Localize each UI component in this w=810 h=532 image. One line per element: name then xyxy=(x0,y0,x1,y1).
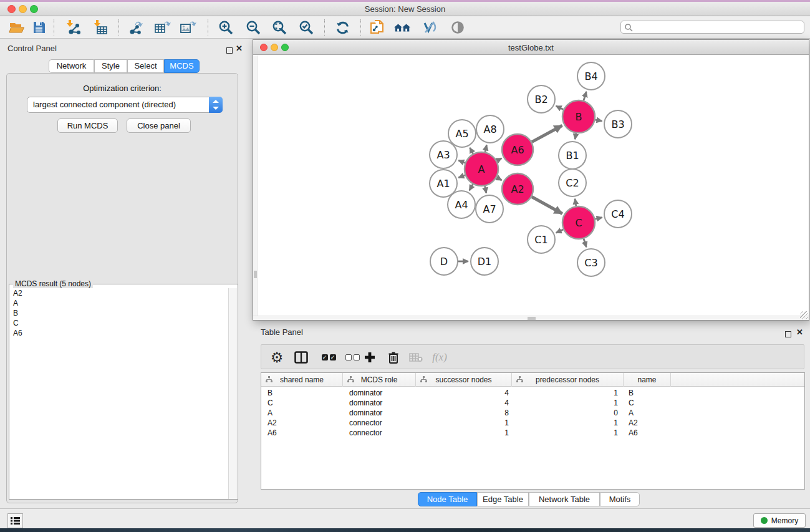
mcds-result-item[interactable]: C xyxy=(10,318,229,328)
task-history-button[interactable] xyxy=(7,513,23,528)
export-table-icon[interactable] xyxy=(153,19,171,36)
run-mcds-button[interactable]: Run MCDS xyxy=(57,118,118,133)
column-header-predecessor-nodes[interactable]: predecessor nodes xyxy=(512,373,624,387)
cell: 4 xyxy=(416,388,512,398)
graph-edge-C-C3[interactable] xyxy=(584,239,586,247)
table-panel-float-icon[interactable] xyxy=(785,329,791,340)
graph-edge-B-B2[interactable] xyxy=(556,106,564,110)
scroll-thumb[interactable] xyxy=(528,317,536,320)
show-all-icon[interactable] xyxy=(448,19,467,36)
mcds-result-list[interactable]: A2ABCA6 xyxy=(10,288,229,499)
mcds-result-item[interactable]: A6 xyxy=(10,328,229,338)
window-title: Session: New Session xyxy=(0,4,810,14)
optimization-criterion-value: largest connected component (directed) xyxy=(33,100,176,109)
graph-edge-B-B4[interactable] xyxy=(584,92,586,100)
column-header-shared-name[interactable]: shared name xyxy=(261,373,343,387)
hide-selected-icon[interactable] xyxy=(420,19,439,36)
tab-mcds[interactable]: MCDS xyxy=(164,59,200,73)
network-left-scrollbar[interactable] xyxy=(253,56,258,316)
graph-edge-A2-C[interactable] xyxy=(532,197,562,214)
toolbar-separator xyxy=(208,19,208,36)
graph-edge-A-A7[interactable] xyxy=(485,186,486,193)
delete-columns-icon[interactable] xyxy=(383,347,403,367)
graph-edge-A-A5[interactable] xyxy=(470,148,473,154)
export-network-icon[interactable] xyxy=(127,19,145,36)
network-bottom-scrollbar[interactable] xyxy=(253,316,809,320)
graph-edge-B-B3[interactable] xyxy=(595,120,602,121)
graph-edge-B-B1[interactable] xyxy=(575,133,576,140)
network-window-titlebar[interactable]: testGlobe.txt xyxy=(253,40,809,55)
table-row[interactable]: Cdominator41C xyxy=(261,398,804,408)
close-panel-button[interactable]: Close panel xyxy=(127,118,191,133)
create-column-icon[interactable] xyxy=(360,347,380,367)
mcds-result-scrollbar[interactable] xyxy=(228,288,237,499)
table-row[interactable]: A6connector11A6 xyxy=(261,428,804,438)
mcds-result-item[interactable]: A2 xyxy=(10,288,229,298)
open-file-icon[interactable] xyxy=(7,19,26,36)
column-header-MCDS-role[interactable]: MCDS role xyxy=(343,373,416,387)
show-columns-icon[interactable] xyxy=(291,347,311,367)
control-panel-float-icon[interactable] xyxy=(226,45,233,56)
cell: 1 xyxy=(416,418,512,428)
graph-edge-A-A8[interactable] xyxy=(485,145,486,152)
tab-select[interactable]: Select xyxy=(127,59,164,73)
table-header-row: shared nameMCDS rolesuccessor nodesprede… xyxy=(261,373,804,387)
tab-style[interactable]: Style xyxy=(94,59,127,73)
cell: 1 xyxy=(512,428,624,438)
import-network-icon[interactable] xyxy=(65,19,84,36)
node-table[interactable]: shared nameMCDS rolesuccessor nodesprede… xyxy=(261,372,805,490)
graph-edge-C-C2[interactable] xyxy=(575,199,576,206)
zoom-out-icon[interactable] xyxy=(244,19,263,36)
save-session-icon[interactable] xyxy=(30,19,49,36)
control-panel-close-icon[interactable]: ✕ xyxy=(236,44,243,53)
zoom-fit-icon[interactable] xyxy=(270,19,289,36)
cell: 1 xyxy=(512,398,624,408)
table-row[interactable]: A2connector11A2 xyxy=(261,418,804,428)
graph-edge-A-A1[interactable] xyxy=(458,175,465,178)
optimization-criterion-select[interactable]: largest connected component (directed) xyxy=(27,97,223,113)
graph-edge-A-A4[interactable] xyxy=(470,184,473,190)
graph-edge-A-A3[interactable] xyxy=(458,160,465,163)
memory-button[interactable]: Memory xyxy=(753,513,806,528)
zoom-selected-icon[interactable] xyxy=(297,19,316,36)
window-resize-grip[interactable] xyxy=(800,311,808,319)
refresh-icon[interactable] xyxy=(333,19,352,36)
graph-edge-A6-B[interactable] xyxy=(532,125,562,142)
cell: C xyxy=(261,398,343,408)
function-builder-icon[interactable]: f(x) xyxy=(427,347,452,367)
table-row[interactable]: Adominator80A xyxy=(261,408,804,418)
graph-node-label-B3: B3 xyxy=(611,118,624,130)
cell: A2 xyxy=(624,418,671,428)
mcds-result-item[interactable]: A xyxy=(10,298,229,308)
mcds-result-item[interactable]: B xyxy=(10,308,229,318)
search-box[interactable] xyxy=(620,21,804,34)
delete-table-icon[interactable] xyxy=(406,347,426,367)
search-input[interactable] xyxy=(635,22,800,32)
network-graph[interactable]: B4B2BB3A5A8A6A3AB1A1A2C2A4A7C4CC1C3DD1 xyxy=(253,56,809,320)
graph-edge-C-C4[interactable] xyxy=(595,218,602,220)
import-table-icon[interactable] xyxy=(92,19,111,36)
tab-network-table[interactable]: Network Table xyxy=(529,492,600,506)
column-header-successor-nodes[interactable]: successor nodes xyxy=(416,373,512,387)
table-panel-close-icon[interactable]: ✕ xyxy=(796,327,803,337)
select-all-icon[interactable]: ✓✓ xyxy=(319,347,339,367)
graph-node-label-A1: A1 xyxy=(436,178,450,190)
export-image-icon[interactable] xyxy=(178,19,197,36)
first-neighbors-icon[interactable] xyxy=(393,19,412,36)
tab-network[interactable]: Network xyxy=(49,59,94,73)
zoom-in-icon[interactable] xyxy=(216,19,235,36)
network-snapshot-icon[interactable] xyxy=(368,19,387,36)
column-header-name[interactable]: name xyxy=(624,373,671,387)
table-row[interactable]: Bdominator41B xyxy=(261,388,804,398)
network-view-window[interactable]: testGlobe.txt B4B2BB3A5A8A6A3AB1A1A2C2A4… xyxy=(253,39,809,321)
main-titlebar[interactable]: Session: New Session xyxy=(0,2,810,16)
table-mode-gear-icon[interactable]: ⚙ xyxy=(268,347,286,367)
tab-edge-table[interactable]: Edge Table xyxy=(477,492,529,506)
scroll-thumb[interactable] xyxy=(254,271,257,278)
tab-motifs[interactable]: Motifs xyxy=(600,492,640,506)
cell: 4 xyxy=(416,398,512,408)
graph-edge-C-C1[interactable] xyxy=(556,230,564,233)
graph-edge-A-A2[interactable] xyxy=(497,178,502,180)
tab-node-table[interactable]: Node Table xyxy=(418,492,477,506)
graph-edge-A-A6[interactable] xyxy=(497,158,502,161)
